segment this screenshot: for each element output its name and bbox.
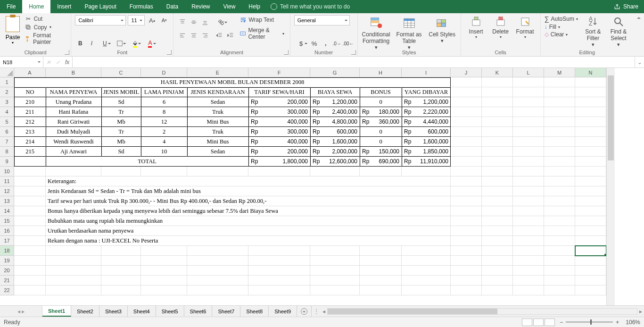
cell[interactable] <box>544 196 575 206</box>
fill-color-button[interactable]: ⬙ <box>128 38 142 49</box>
orientation-button[interactable]: ab <box>214 17 228 27</box>
cell[interactable]: Rp150,000 <box>360 147 402 157</box>
cell[interactable] <box>14 167 46 176</box>
cell[interactable] <box>14 226 46 236</box>
cell[interactable]: Unang Pradana <box>46 97 101 107</box>
cell[interactable] <box>544 246 575 256</box>
cell[interactable] <box>575 87 606 97</box>
increase-decimal-button[interactable]: .0→ <box>332 38 342 49</box>
cell[interactable] <box>482 226 513 236</box>
cell[interactable] <box>14 236 46 246</box>
col-header-J[interactable]: J <box>451 68 482 77</box>
row-header-12[interactable]: 12 <box>0 186 14 196</box>
col-header-G[interactable]: G <box>310 68 360 77</box>
row-header-13[interactable]: 13 <box>0 196 14 206</box>
cell[interactable] <box>575 147 606 157</box>
cell[interactable]: Rp1,800,000 <box>248 157 310 167</box>
cell[interactable]: Rp200,000 <box>248 147 310 157</box>
cell[interactable]: 214 <box>14 137 46 147</box>
cell[interactable] <box>513 216 544 226</box>
cell[interactable]: Mb <box>101 117 141 127</box>
cell[interactable] <box>544 186 575 196</box>
cell[interactable] <box>575 285 606 295</box>
cell[interactable]: 212 <box>14 117 46 127</box>
cell[interactable]: Rp300,000 <box>248 107 310 117</box>
col-header-A[interactable]: A <box>14 68 46 77</box>
cell[interactable] <box>513 157 544 167</box>
cell[interactable] <box>575 127 606 137</box>
cell[interactable] <box>482 196 513 206</box>
cell[interactable]: Sedan <box>187 97 248 107</box>
cell[interactable] <box>402 246 451 256</box>
cell[interactable]: 211 <box>14 107 46 117</box>
cell[interactable]: Rp600,000 <box>310 127 360 137</box>
tab-file[interactable]: File <box>0 0 22 13</box>
cell[interactable]: Rp12,600,000 <box>310 157 360 167</box>
expand-formula-bar[interactable]: ⌄ <box>635 57 644 67</box>
cell[interactable] <box>101 256 141 266</box>
cell[interactable] <box>141 285 187 295</box>
cell[interactable] <box>451 256 482 266</box>
cell[interactable] <box>575 186 606 196</box>
insert-cells-button[interactable]: Insert▾ <box>465 15 487 39</box>
cell[interactable] <box>544 117 575 127</box>
cell[interactable] <box>575 266 606 276</box>
cell[interactable] <box>575 206 606 216</box>
cell[interactable] <box>451 77 482 87</box>
cell[interactable] <box>575 97 606 107</box>
find-select-button[interactable]: Find & Select ▾ <box>607 15 630 48</box>
tell-me-search[interactable]: Tell me what you want to do <box>271 0 350 13</box>
cell[interactable] <box>46 276 101 285</box>
cell[interactable] <box>575 77 606 87</box>
col-header-N[interactable]: N <box>575 68 606 77</box>
align-left-button[interactable] <box>177 30 188 41</box>
col-header-I[interactable]: I <box>402 68 451 77</box>
cell[interactable]: Dudi Mulyadi <box>46 127 101 137</box>
cell[interactable] <box>141 276 187 285</box>
cell[interactable] <box>451 137 482 147</box>
cell[interactable]: Sedan <box>187 147 248 157</box>
col-header-E[interactable]: E <box>187 68 248 77</box>
cell[interactable] <box>451 236 482 246</box>
row-header-4[interactable]: 4 <box>0 107 14 117</box>
cell[interactable]: Wendi Ruswendi <box>46 137 101 147</box>
row-header-8[interactable]: 8 <box>0 147 14 157</box>
cell[interactable] <box>141 256 187 266</box>
cell[interactable] <box>513 107 544 117</box>
cell[interactable] <box>451 196 482 206</box>
cell[interactable]: Rp1,200,000 <box>310 97 360 107</box>
cell[interactable] <box>360 256 402 266</box>
cell[interactable] <box>544 266 575 276</box>
cell[interactable] <box>310 276 360 285</box>
cell[interactable] <box>14 206 46 216</box>
cell[interactable]: Rp300,000 <box>248 127 310 137</box>
cell[interactable] <box>544 256 575 266</box>
sheet-tab-Sheet6[interactable]: Sheet6 <box>184 306 213 317</box>
cell[interactable] <box>14 285 46 295</box>
tab-insert[interactable]: Insert <box>50 0 78 13</box>
cell[interactable]: Truk <box>187 107 248 117</box>
decrease-decimal-button[interactable]: .00← <box>343 38 354 49</box>
cell[interactable] <box>360 246 402 256</box>
cell[interactable] <box>310 285 360 295</box>
cell[interactable] <box>14 216 46 226</box>
header-cell[interactable]: YANG DIBAYAR <box>402 87 451 97</box>
add-sheet-button[interactable]: + <box>297 306 311 317</box>
tab-home[interactable]: Home <box>22 0 50 13</box>
cell[interactable] <box>575 216 606 226</box>
cell[interactable] <box>575 167 606 176</box>
cell[interactable]: 0 <box>360 127 402 137</box>
page-break-view-button[interactable] <box>545 319 555 326</box>
cell[interactable]: Rp400,000 <box>248 117 310 127</box>
cell[interactable] <box>451 285 482 295</box>
cell[interactable]: 0 <box>360 137 402 147</box>
spreadsheet-grid[interactable]: ABCDEFGHIJKLMN1HASIL PENYEWAAN MOBIL BUL… <box>0 68 644 305</box>
cell[interactable] <box>46 266 101 276</box>
cell[interactable]: 210 <box>14 97 46 107</box>
cell[interactable] <box>513 246 544 256</box>
font-color-button[interactable]: A <box>143 38 157 49</box>
cell[interactable] <box>482 127 513 137</box>
cell[interactable] <box>482 107 513 117</box>
sheet-tab-Sheet3[interactable]: Sheet3 <box>99 306 128 317</box>
cell[interactable] <box>46 285 101 295</box>
